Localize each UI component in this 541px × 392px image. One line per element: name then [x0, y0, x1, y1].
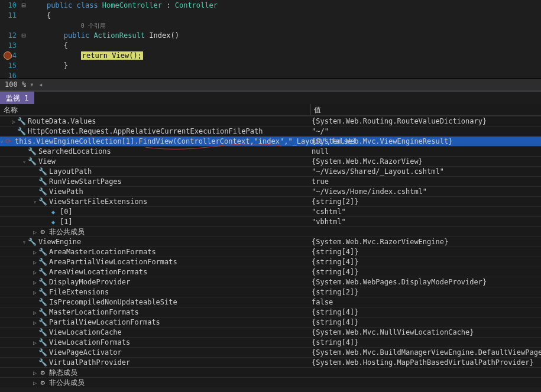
watch-row[interactable]: ▷🔧FileExtensions{string[2]}	[0, 287, 541, 297]
wrench-icon: 🔧	[17, 127, 26, 136]
expand-icon[interactable]: ▷	[32, 339, 38, 346]
wrench-icon: 🔧	[38, 287, 47, 297]
expand-icon[interactable]: ▷	[32, 249, 38, 255]
line-number: 13	[0, 41, 20, 50]
wrench-icon: 🔧	[38, 167, 47, 176]
watch-row[interactable]: 🔧LayoutPath"~/Views/Shared/_Layout.cshtm…	[0, 166, 541, 176]
expand-icon[interactable]: ▿	[21, 239, 27, 245]
codelens-references[interactable]: 0 个引用	[81, 22, 106, 29]
zoom-left-icon[interactable]: ◂	[37, 80, 44, 89]
watch-row[interactable]: ▿⟳this.ViewEngineCollection[1].FindView(…	[0, 136, 541, 146]
watch-row[interactable]: 🔧IsPrecompiledNonUpdateableSitefalse	[0, 297, 541, 307]
watch-value: {System.Web.Routing.RouteValueDictionary…	[310, 117, 541, 125]
code-editor[interactable]: 10⊟ public class HomeController : Contro…	[0, 0, 541, 78]
watch-row[interactable]: 🔧ViewPageActivator{System.Web.Mvc.BuildM…	[0, 347, 541, 357]
watch-row[interactable]: ▷🔧PartialViewLocationFormats{string[4]}	[0, 317, 541, 327]
watch-row[interactable]: 🔧ViewPath"~/Views/Home/index.cshtml"	[0, 186, 541, 196]
wrench-icon: 🔧	[27, 237, 37, 247]
watch-row[interactable]: 🔧HttpContext.Request.AppRelativeCurrentE…	[0, 126, 541, 136]
watch-value: null	[310, 147, 541, 155]
expand-icon[interactable]: ▷	[32, 370, 38, 376]
code-text[interactable]: return View();	[27, 51, 143, 60]
code-line[interactable]: 13 {	[0, 40, 541, 50]
code-line[interactable]: 10⊟ public class HomeController : Contro…	[0, 0, 541, 10]
watch-value: {string[4]}	[310, 308, 541, 316]
line-number: 12	[0, 31, 20, 40]
watch-row[interactable]: ▿🔧ViewEngine{System.Web.Mvc.RazorViewEng…	[0, 237, 541, 247]
code-line[interactable]: 0 个引用	[0, 20, 541, 30]
watch-name: AreaViewLocationFormats	[49, 268, 147, 276]
watch-row[interactable]: ▷🔧AreaViewLocationFormats{string[4]}	[0, 267, 541, 277]
code-text[interactable]: {	[27, 41, 68, 50]
fold-icon[interactable]: ⊟	[20, 1, 27, 9]
watch-row[interactable]: ▷⚙非公共成员	[0, 226, 541, 237]
breakpoint-icon[interactable]	[4, 51, 12, 60]
expand-icon[interactable]: ▷	[32, 380, 38, 386]
line-number: 15	[0, 61, 20, 70]
fold-icon[interactable]: ⊟	[20, 31, 27, 40]
field-icon: ◆	[48, 217, 58, 226]
tab-watch1[interactable]: 监视 1	[0, 92, 34, 104]
code-text[interactable]: }	[27, 61, 68, 70]
column-header-name[interactable]: 名称	[0, 104, 310, 115]
watch-row[interactable]: ▷⚙静态成员	[0, 367, 541, 377]
watch-row[interactable]: 🔧VirtualPathProvider{System.Web.Hosting.…	[0, 357, 541, 367]
code-line[interactable]: 14 return View();	[0, 50, 541, 60]
watch-value: {string[4]}	[310, 268, 541, 276]
watch-row[interactable]: ▿🔧View{System.Web.Mvc.RazorView}	[0, 156, 541, 166]
watch-row[interactable]: 🔧ViewLocationCache{System.Web.Mvc.NullVi…	[0, 327, 541, 337]
expand-icon[interactable]: ▷	[32, 269, 38, 276]
watch-row[interactable]: ▿🔧ViewStartFileExtensions{string[2]}	[0, 196, 541, 206]
watch-name: ViewPageActivator	[49, 348, 122, 357]
wrench-icon: 🔧	[38, 328, 47, 337]
expand-icon[interactable]: ▿	[21, 158, 27, 165]
wrench-icon: 🔧	[38, 187, 47, 196]
expand-icon[interactable]: ▷	[32, 259, 38, 265]
watch-row[interactable]: ◆[0]"cshtml"	[0, 206, 541, 216]
watch-row[interactable]: 🔧RunViewStartPagestrue	[0, 176, 541, 186]
watch-row[interactable]: ▷⚙非公共成员	[0, 377, 541, 387]
wrench-icon: 🔧	[38, 297, 47, 307]
gear-icon: ⚙	[38, 378, 47, 387]
expand-icon[interactable]: ▷	[32, 309, 38, 316]
code-line[interactable]: 12⊟ public ActionResult Index()	[0, 30, 541, 40]
watch-name: [0]	[60, 208, 73, 216]
expand-icon[interactable]: ▷	[32, 279, 38, 286]
wrench-icon: 🔧	[38, 277, 47, 287]
refresh-icon: ⟳	[4, 137, 13, 146]
code-text[interactable]: public ActionResult Index()	[27, 31, 179, 40]
watch-row[interactable]: ▷🔧AreaPartialViewLocationFormats{string[…	[0, 257, 541, 267]
code-line[interactable]: 11 {	[0, 10, 541, 20]
watch-name: ViewStartFileExtensions	[49, 197, 147, 206]
expand-icon[interactable]: ▷	[11, 118, 17, 125]
expand-icon[interactable]: ▷	[32, 319, 38, 326]
watch-name: LayoutPath	[49, 167, 92, 176]
code-text[interactable]: {	[27, 11, 51, 20]
watch-row[interactable]: ▷🔧AreaMasterLocationFormats{string[4]}	[0, 247, 541, 257]
watch-row[interactable]: ▷🔧ViewLocationFormats{string[4]}	[0, 337, 541, 347]
watch-name: VirtualPathProvider	[49, 358, 130, 367]
horizontal-scrollbar[interactable]	[49, 82, 539, 88]
watch-value: {string[4]}	[310, 258, 541, 266]
expand-icon[interactable]: ▷	[32, 289, 38, 296]
zoom-dropdown-icon[interactable]: ▾	[28, 80, 35, 89]
watch-row[interactable]: 🔧SearchedLocationsnull	[0, 146, 541, 156]
watch-value: {string[4]}	[310, 248, 541, 256]
code-line[interactable]: 16	[0, 70, 541, 80]
watch-row[interactable]: ▷🔧DisplayModeProvider{System.Web.WebPage…	[0, 277, 541, 287]
code-text[interactable]: 0 个引用	[27, 21, 106, 30]
expand-icon[interactable]: ▷	[32, 229, 38, 235]
code-line[interactable]: 15 }	[0, 60, 541, 70]
code-text[interactable]: public class HomeController : Controller	[27, 1, 218, 9]
watch-row[interactable]: ▷🔧MasterLocationFormats{string[4]}	[0, 307, 541, 317]
watch-row[interactable]: ▷🔧RouteData.Values{System.Web.Routing.Ro…	[0, 116, 541, 126]
expand-icon[interactable]: ▿	[32, 199, 38, 205]
watch-row[interactable]: ◆[1]"vbhtml"	[0, 216, 541, 226]
wrench-icon: 🔧	[38, 177, 47, 186]
zoom-level[interactable]: 100 %	[2, 80, 28, 89]
watch-name: PartialViewLocationFormats	[49, 318, 160, 326]
column-header-value[interactable]: 值	[310, 104, 541, 115]
wrench-icon: 🔧	[27, 147, 37, 156]
watch-name: MasterLocationFormats	[49, 308, 139, 316]
watch-name: FileExtensions	[49, 288, 109, 296]
